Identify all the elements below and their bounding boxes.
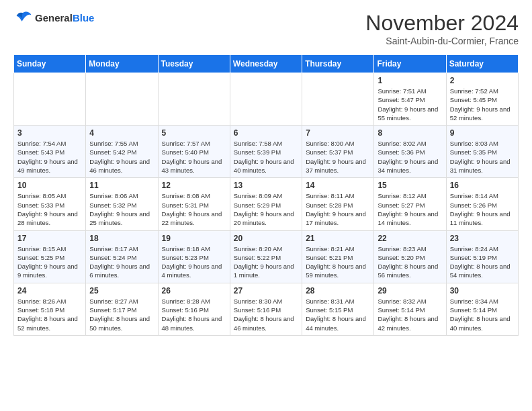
calendar-empty-cell [158,73,230,126]
day-number: 7 [306,128,370,138]
day-number: 3 [17,128,82,138]
day-number: 6 [234,128,298,138]
calendar-day-29: 29Sunrise: 8:32 AM Sunset: 5:14 PM Dayli… [374,283,446,335]
calendar-day-17: 17Sunrise: 8:15 AM Sunset: 5:25 PM Dayli… [14,230,86,283]
day-number: 28 [306,286,370,295]
weekday-header-wednesday: Wednesday [230,55,302,73]
day-info: Sunrise: 8:21 AM Sunset: 5:21 PM Dayligh… [306,244,370,280]
calendar-day-15: 15Sunrise: 8:12 AM Sunset: 5:27 PM Dayli… [374,178,446,230]
weekday-header-sunday: Sunday [14,55,86,73]
day-info: Sunrise: 8:34 AM Sunset: 5:14 PM Dayligh… [450,297,515,332]
calendar-day-16: 16Sunrise: 8:14 AM Sunset: 5:26 PM Dayli… [446,178,518,230]
calendar-week-2: 3Sunrise: 7:54 AM Sunset: 5:43 PM Daylig… [14,126,519,178]
calendar-day-25: 25Sunrise: 8:27 AM Sunset: 5:17 PM Dayli… [86,283,158,335]
calendar-day-28: 28Sunrise: 8:31 AM Sunset: 5:15 PM Dayli… [302,283,374,335]
day-info: Sunrise: 8:00 AM Sunset: 5:37 PM Dayligh… [306,139,370,175]
day-info: Sunrise: 8:18 AM Sunset: 5:23 PM Dayligh… [162,244,226,280]
day-number: 25 [89,286,154,295]
day-number: 12 [162,181,226,190]
calendar-day-20: 20Sunrise: 8:20 AM Sunset: 5:22 PM Dayli… [230,230,302,283]
calendar-day-7: 7Sunrise: 8:00 AM Sunset: 5:37 PM Daylig… [302,126,374,178]
day-number: 4 [89,128,154,138]
calendar-day-21: 21Sunrise: 8:21 AM Sunset: 5:21 PM Dayli… [302,230,374,283]
day-number: 27 [234,286,298,295]
calendar-day-18: 18Sunrise: 8:17 AM Sunset: 5:24 PM Dayli… [86,230,158,283]
day-info: Sunrise: 7:55 AM Sunset: 5:42 PM Dayligh… [89,139,154,175]
day-number: 13 [234,181,298,190]
calendar-day-10: 10Sunrise: 8:05 AM Sunset: 5:33 PM Dayli… [14,178,86,230]
day-info: Sunrise: 8:15 AM Sunset: 5:25 PM Dayligh… [17,244,82,280]
day-number: 17 [17,234,82,243]
day-number: 26 [162,286,226,295]
day-number: 8 [378,128,442,138]
day-number: 15 [378,181,442,190]
day-number: 24 [17,286,82,295]
day-number: 30 [450,286,515,295]
day-number: 9 [450,128,515,138]
day-info: Sunrise: 7:54 AM Sunset: 5:43 PM Dayligh… [17,139,82,175]
day-info: Sunrise: 8:02 AM Sunset: 5:36 PM Dayligh… [378,139,442,175]
calendar-day-22: 22Sunrise: 8:23 AM Sunset: 5:20 PM Dayli… [374,230,446,283]
day-info: Sunrise: 8:14 AM Sunset: 5:26 PM Dayligh… [450,191,515,227]
day-number: 10 [17,181,82,190]
logo-bird-icon [13,11,32,26]
day-info: Sunrise: 8:23 AM Sunset: 5:20 PM Dayligh… [378,244,442,280]
day-info: Sunrise: 8:27 AM Sunset: 5:17 PM Dayligh… [89,297,154,332]
calendar-body: 1Sunrise: 7:51 AM Sunset: 5:47 PM Daylig… [14,73,519,336]
day-number: 1 [378,76,442,85]
day-number: 5 [162,128,226,138]
calendar-day-9: 9Sunrise: 8:03 AM Sunset: 5:35 PM Daylig… [446,126,518,178]
day-info: Sunrise: 7:58 AM Sunset: 5:39 PM Dayligh… [234,139,298,175]
calendar-week-5: 24Sunrise: 8:26 AM Sunset: 5:18 PM Dayli… [14,283,519,335]
calendar-empty-cell [14,73,86,126]
calendar-table: SundayMondayTuesdayWednesdayThursdayFrid… [13,54,519,336]
weekday-header-saturday: Saturday [446,55,518,73]
day-info: Sunrise: 8:06 AM Sunset: 5:32 PM Dayligh… [89,191,154,227]
day-number: 23 [450,234,515,243]
calendar-day-14: 14Sunrise: 8:11 AM Sunset: 5:28 PM Dayli… [302,178,374,230]
weekday-header-monday: Monday [86,55,158,73]
location-title: Saint-Aubin-du-Cormier, France [365,36,519,46]
calendar-day-23: 23Sunrise: 8:24 AM Sunset: 5:19 PM Dayli… [446,230,518,283]
weekday-header-friday: Friday [374,55,446,73]
logo-general-text: GeneralBlue [35,12,94,24]
calendar-day-11: 11Sunrise: 8:06 AM Sunset: 5:32 PM Dayli… [86,178,158,230]
day-info: Sunrise: 8:32 AM Sunset: 5:14 PM Dayligh… [378,297,442,332]
day-number: 11 [89,181,154,190]
day-info: Sunrise: 8:08 AM Sunset: 5:31 PM Dayligh… [162,191,226,227]
day-number: 2 [450,76,515,85]
weekday-header-tuesday: Tuesday [158,55,230,73]
day-info: Sunrise: 8:31 AM Sunset: 5:15 PM Dayligh… [306,297,370,332]
calendar-day-1: 1Sunrise: 7:51 AM Sunset: 5:47 PM Daylig… [374,73,446,126]
day-number: 21 [306,234,370,243]
day-number: 18 [89,234,154,243]
logo: GeneralBlue [13,11,94,26]
calendar-day-12: 12Sunrise: 8:08 AM Sunset: 5:31 PM Dayli… [158,178,230,230]
calendar-day-26: 26Sunrise: 8:28 AM Sunset: 5:16 PM Dayli… [158,283,230,335]
calendar-day-8: 8Sunrise: 8:02 AM Sunset: 5:36 PM Daylig… [374,126,446,178]
calendar-week-1: 1Sunrise: 7:51 AM Sunset: 5:47 PM Daylig… [14,73,519,126]
calendar-day-19: 19Sunrise: 8:18 AM Sunset: 5:23 PM Dayli… [158,230,230,283]
page-header: GeneralBlue November 2024 Saint-Aubin-du… [13,11,519,46]
day-info: Sunrise: 8:24 AM Sunset: 5:19 PM Dayligh… [450,244,515,280]
calendar-day-5: 5Sunrise: 7:57 AM Sunset: 5:40 PM Daylig… [158,126,230,178]
day-info: Sunrise: 8:11 AM Sunset: 5:28 PM Dayligh… [306,191,370,227]
day-info: Sunrise: 8:20 AM Sunset: 5:22 PM Dayligh… [234,244,298,280]
calendar-day-6: 6Sunrise: 7:58 AM Sunset: 5:39 PM Daylig… [230,126,302,178]
day-info: Sunrise: 8:03 AM Sunset: 5:35 PM Dayligh… [450,139,515,175]
day-info: Sunrise: 8:26 AM Sunset: 5:18 PM Dayligh… [17,297,82,332]
calendar-day-2: 2Sunrise: 7:52 AM Sunset: 5:45 PM Daylig… [446,73,518,126]
calendar-week-4: 17Sunrise: 8:15 AM Sunset: 5:25 PM Dayli… [14,230,519,283]
calendar-day-24: 24Sunrise: 8:26 AM Sunset: 5:18 PM Dayli… [14,283,86,335]
day-info: Sunrise: 8:05 AM Sunset: 5:33 PM Dayligh… [17,191,82,227]
month-title: November 2024 [365,11,519,36]
day-number: 16 [450,181,515,190]
calendar-empty-cell [230,73,302,126]
day-number: 19 [162,234,226,243]
calendar-day-13: 13Sunrise: 8:09 AM Sunset: 5:29 PM Dayli… [230,178,302,230]
calendar-empty-cell [86,73,158,126]
day-info: Sunrise: 8:30 AM Sunset: 5:16 PM Dayligh… [234,297,298,332]
day-info: Sunrise: 8:28 AM Sunset: 5:16 PM Dayligh… [162,297,226,332]
calendar-day-30: 30Sunrise: 8:34 AM Sunset: 5:14 PM Dayli… [446,283,518,335]
day-number: 20 [234,234,298,243]
